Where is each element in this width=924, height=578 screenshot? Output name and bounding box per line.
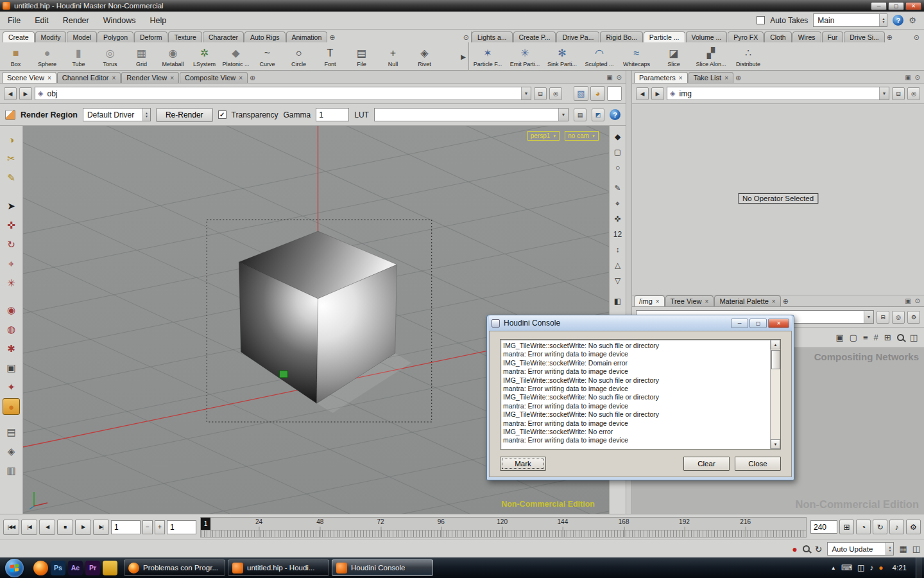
shelf-tab[interactable]: Fur bbox=[822, 31, 844, 42]
shelf-tab[interactable]: Drive Si... bbox=[844, 31, 885, 42]
add-pane-tab-icon[interactable]: ⊕ bbox=[735, 73, 741, 83]
shelf-tab[interactable]: Cloth bbox=[764, 31, 792, 42]
quicklaunch-icon[interactable] bbox=[103, 561, 117, 575]
viewport-toolbar-icon[interactable]: 12 bbox=[612, 227, 624, 241]
network-toolbar-icon[interactable]: ⊞ bbox=[884, 333, 891, 342]
menu-item[interactable]: Render bbox=[63, 16, 89, 25]
path-forward-button[interactable]: ▶ bbox=[651, 87, 664, 100]
render-help-icon[interactable]: ? bbox=[610, 109, 620, 120]
pane-tab[interactable]: Render View × bbox=[121, 72, 179, 83]
viewport-toolbar-icon[interactable]: ◧ bbox=[612, 294, 624, 308]
left-toolbar-icon[interactable]: ▣ bbox=[3, 360, 20, 376]
shelf-tool[interactable]: ▤ File bbox=[346, 46, 377, 67]
path-back-button[interactable]: ◀ bbox=[636, 87, 649, 100]
take-selector[interactable]: Main ▲▼ bbox=[813, 13, 887, 27]
end-frame-field[interactable] bbox=[810, 520, 837, 534]
menu-item[interactable]: Help bbox=[150, 16, 166, 25]
shelf-tool[interactable]: + Null bbox=[377, 46, 409, 67]
network-toolbar-icon[interactable]: # bbox=[874, 333, 878, 342]
add-pane-tab-icon[interactable]: ⊕ bbox=[783, 296, 789, 306]
shelf-tool[interactable]: ▞ Slice Alon... bbox=[692, 46, 730, 67]
left-toolbar-icon[interactable]: ✱ bbox=[3, 340, 20, 357]
mark-button[interactable]: Mark bbox=[500, 457, 546, 471]
taskbar-button[interactable]: untitled.hip - Houdi... bbox=[228, 559, 329, 576]
menu-item[interactable]: Edit bbox=[35, 16, 49, 25]
shelf-tab[interactable]: Create P... bbox=[513, 31, 556, 42]
left-toolbar-icon[interactable]: ⌖ bbox=[3, 256, 20, 272]
firefox-tray-icon[interactable]: ● bbox=[878, 563, 883, 572]
spinner-icon[interactable]: ▲▼ bbox=[142, 109, 150, 121]
frame-decrement-button[interactable]: − bbox=[142, 520, 153, 534]
menu-item[interactable]: File bbox=[8, 16, 21, 25]
close-tab-icon[interactable]: × bbox=[705, 298, 709, 305]
viewport-toolbar-icon[interactable]: ◆ bbox=[612, 130, 624, 143]
left-toolbar-icon[interactable]: ◍ bbox=[3, 321, 20, 338]
close-button[interactable]: ✕ bbox=[905, 2, 921, 10]
shelf-tool[interactable]: ○ Circle bbox=[283, 46, 314, 67]
network-toolbar-icon[interactable]: ≡ bbox=[863, 333, 868, 342]
quicklaunch-icon[interactable] bbox=[33, 561, 48, 575]
pin-icon[interactable]: ⊟ bbox=[877, 311, 889, 324]
network-toolbar-icon[interactable]: ▣ bbox=[835, 333, 843, 342]
playbar-option-icon[interactable]: ◔ bbox=[856, 520, 871, 534]
left-toolbar-icon[interactable]: ✜ bbox=[3, 217, 20, 234]
shelf-tab[interactable]: Modify bbox=[35, 31, 67, 42]
add-pane-tab-icon[interactable]: ⊕ bbox=[250, 73, 255, 83]
add-shelf-tab-icon[interactable]: ⊕ bbox=[329, 32, 335, 42]
shelf-tab[interactable]: Animation bbox=[286, 31, 328, 42]
search-icon[interactable] bbox=[803, 545, 810, 552]
spinner-icon[interactable]: ▲▼ bbox=[879, 14, 887, 26]
pane-tab[interactable]: Material Palette × bbox=[714, 295, 780, 306]
add-shelf-tab-icon[interactable]: ⊕ bbox=[887, 32, 893, 42]
current-frame-field[interactable] bbox=[111, 520, 141, 534]
maximize-button[interactable]: ▢ bbox=[888, 2, 904, 10]
dropdown-arrow-icon[interactable]: ▼ bbox=[558, 109, 568, 121]
status-toolbar-icon[interactable]: ▦ bbox=[899, 544, 907, 554]
shelf-tool[interactable]: ◉ Metaball bbox=[157, 46, 189, 67]
playbar-option-icon[interactable]: ↻ bbox=[873, 520, 887, 534]
shelf-tool[interactable]: ■ Box bbox=[0, 46, 31, 67]
console-titlebar[interactable]: Houdini Console ─ ▢ ✕ bbox=[489, 315, 792, 331]
inspect-icon[interactable]: ▤ bbox=[574, 109, 586, 121]
color-correction-icon[interactable]: ◩ bbox=[592, 109, 604, 121]
view-cube-icon[interactable]: ▧ bbox=[574, 86, 588, 101]
shelf-tab[interactable]: Create bbox=[3, 31, 35, 42]
next-key-button[interactable]: ▶| bbox=[93, 520, 109, 535]
shelf-tab[interactable]: Particle ... bbox=[644, 31, 685, 42]
pane-menu-icon[interactable]: ⊙ bbox=[915, 73, 920, 83]
left-toolbar-icon[interactable]: ▤ bbox=[3, 424, 20, 441]
scroll-down-icon[interactable]: ▼ bbox=[771, 439, 780, 449]
left-toolbar-icon[interactable]: ◈ bbox=[3, 443, 20, 460]
menu-item[interactable]: Windows bbox=[103, 16, 136, 25]
console-maximize-button[interactable]: ▢ bbox=[749, 319, 767, 328]
pane-tab[interactable]: Take List × bbox=[689, 72, 733, 83]
path-back-button[interactable]: ◀ bbox=[4, 87, 17, 100]
playbar-option-icon[interactable]: ⚙ bbox=[906, 520, 921, 534]
gamma-field[interactable] bbox=[316, 108, 349, 121]
shelf-tool[interactable]: ◈ Rivet bbox=[409, 46, 440, 67]
more-tools-icon[interactable]: ▶ bbox=[461, 53, 468, 60]
status-toolbar-icon[interactable]: ◫ bbox=[912, 544, 920, 554]
playbar-option-icon[interactable]: ♪ bbox=[889, 520, 904, 534]
left-toolbar-icon[interactable]: ➤ bbox=[3, 198, 20, 215]
left-toolbar-icon[interactable]: ✳ bbox=[3, 275, 20, 292]
shelf-tab[interactable]: Polygon bbox=[98, 31, 133, 42]
interrupt-icon[interactable]: ● bbox=[792, 544, 797, 554]
shelf-tab[interactable]: Lights a... bbox=[472, 31, 513, 42]
shelf-tool[interactable]: ▦ Grid bbox=[126, 46, 157, 67]
scroll-thumb[interactable] bbox=[771, 350, 780, 369]
console-close-button[interactable]: ✕ bbox=[768, 319, 789, 328]
shelf-tab[interactable]: Drive Pa... bbox=[556, 31, 599, 42]
playbar-option-icon[interactable]: ⊞ bbox=[839, 520, 854, 534]
path-forward-button[interactable]: ▶ bbox=[19, 87, 32, 100]
shelf-tool[interactable]: ✲ LSystem bbox=[189, 46, 220, 67]
console-minimize-button[interactable]: ─ bbox=[731, 319, 748, 328]
shelf-tool[interactable]: ≈ Whitecaps bbox=[618, 46, 655, 67]
clear-button[interactable]: Clear bbox=[683, 457, 730, 471]
close-dialog-button[interactable]: Close bbox=[735, 457, 781, 471]
shelf-tool[interactable]: ~ Curve bbox=[252, 46, 283, 67]
shelf-tab[interactable]: Wires bbox=[792, 31, 821, 42]
stop-button[interactable]: ■ bbox=[57, 520, 73, 535]
viewport-toolbar-icon[interactable]: ✎ bbox=[612, 181, 624, 195]
auto-takes-checkbox[interactable] bbox=[757, 16, 765, 24]
